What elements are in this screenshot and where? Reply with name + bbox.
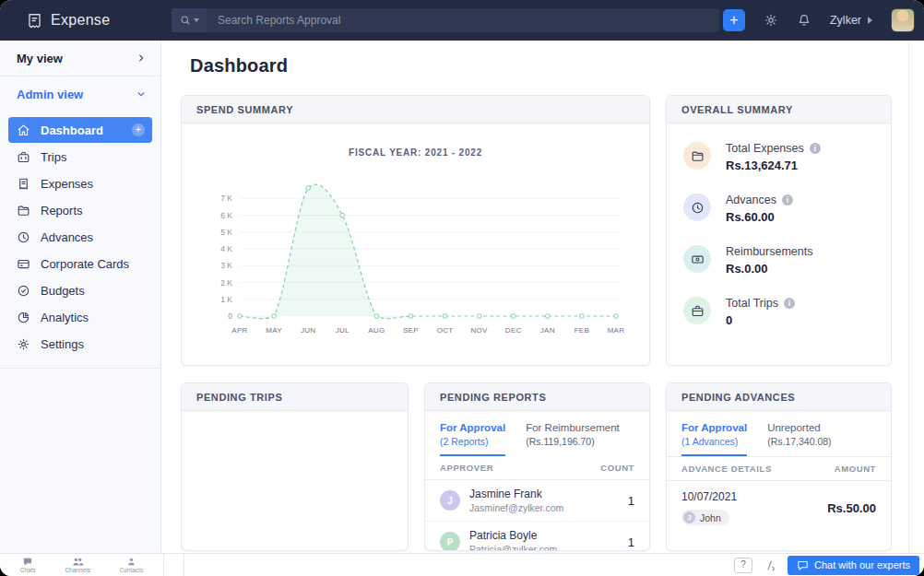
dock-item-channels[interactable]: Channels bbox=[65, 557, 89, 574]
page-title: Dashboard bbox=[190, 55, 288, 76]
expenses-folder-icon bbox=[683, 142, 711, 170]
table-row[interactable]: 10/07/2021 J John Rs.50.00 bbox=[667, 481, 891, 535]
summary-value: Rs.13,624.71 bbox=[726, 159, 821, 172]
info-icon[interactable]: i bbox=[784, 298, 795, 309]
tab-label: For Reimbursement bbox=[526, 422, 620, 433]
advance-owner-pill: J John bbox=[681, 510, 729, 525]
chart-title: FISCAL YEAR: 2021 - 2022 bbox=[182, 147, 649, 158]
svg-text:FEB: FEB bbox=[575, 326, 589, 335]
chat-with-experts-button[interactable]: Chat with our experts bbox=[788, 556, 919, 575]
sidebar-item-dashboard[interactable]: Dashboard + bbox=[8, 117, 152, 143]
chevron-right-icon bbox=[136, 53, 146, 63]
user-avatar[interactable] bbox=[891, 8, 915, 32]
tab-for-reimbursement[interactable]: For Reimbursement (Rs.119,196.70) bbox=[526, 422, 620, 456]
chart-wrap: 01 K2 K3 K4 K5 K6 K7 KAPRMAYJUNJULAUGSEP… bbox=[182, 161, 649, 354]
expense-logo-icon bbox=[26, 12, 43, 29]
dock-right: ? Chat with our experts bbox=[734, 556, 924, 575]
admin-view-label: Admin view bbox=[17, 88, 83, 101]
sidebar-item-budgets[interactable]: Budgets bbox=[8, 277, 152, 303]
svg-text:NOV: NOV bbox=[471, 326, 489, 335]
table-row[interactable]: P Patricia Boyle Patricia@zylker.com 1 bbox=[425, 521, 649, 551]
advances-table-header: ADVANCE DETAILS AMOUNT bbox=[667, 456, 891, 481]
nav-label: Corporate Cards bbox=[41, 257, 129, 271]
nav-label: Budgets bbox=[41, 284, 85, 298]
avatar: P bbox=[440, 532, 460, 551]
nav-label: Settings bbox=[41, 337, 84, 351]
report-count: 1 bbox=[628, 494, 634, 508]
svg-text:1 K: 1 K bbox=[220, 295, 232, 304]
chevron-down-icon bbox=[194, 18, 199, 22]
table-row[interactable]: J Jasmine Frank Jasminef@zylker.com 1 bbox=[425, 480, 649, 521]
tab-label: For Approval bbox=[440, 422, 505, 433]
check-circle-icon bbox=[17, 284, 30, 298]
topbar: Expense + bbox=[0, 0, 924, 41]
help-button[interactable]: ? bbox=[734, 558, 752, 573]
summary-value: Rs.60.00 bbox=[726, 210, 793, 224]
pending-advances-tabs: For Approval (1 Advances) Unreported (Rs… bbox=[667, 411, 891, 456]
keyboard-shortcuts-icon[interactable] bbox=[764, 559, 776, 571]
notifications-bell-icon[interactable] bbox=[797, 13, 811, 28]
dock-label: Channels bbox=[65, 568, 89, 574]
tab-sublabel: (2 Reports) bbox=[440, 436, 505, 447]
cash-icon bbox=[683, 245, 711, 273]
people-group-icon bbox=[72, 557, 84, 567]
avatar: J bbox=[683, 511, 695, 523]
sidebar-item-settings[interactable]: Settings bbox=[8, 331, 152, 357]
svg-text:MAY: MAY bbox=[266, 326, 282, 335]
sidebar-item-analytics[interactable]: Analytics bbox=[8, 304, 152, 330]
app-window: Expense + bbox=[0, 0, 924, 576]
tab-unreported[interactable]: Unreported (Rs.17,340.08) bbox=[767, 422, 831, 456]
dock-item-contacts[interactable]: Contacts bbox=[120, 557, 144, 574]
dock-item-chats[interactable]: Chats bbox=[20, 557, 36, 574]
svg-text:7 K: 7 K bbox=[220, 194, 232, 203]
summary-item-reimbursements: Reimbursements Rs.0.00 bbox=[683, 245, 891, 276]
search-scope-dropdown[interactable] bbox=[172, 8, 207, 32]
sidebar-item-trips[interactable]: Trips bbox=[8, 144, 152, 170]
chevron-down-icon bbox=[136, 89, 146, 99]
quick-create-button[interactable]: + bbox=[723, 9, 745, 31]
sidebar-nav: Dashboard + Trips Expenses Reports Advan… bbox=[0, 117, 160, 357]
summary-item-total-expenses: Total Expensesi Rs.13,624.71 bbox=[683, 142, 891, 172]
scroll-gutter bbox=[908, 41, 924, 553]
reports-table-header: APPROVER COUNT bbox=[425, 456, 649, 480]
advance-owner-name: John bbox=[700, 512, 721, 523]
svg-text:6 K: 6 K bbox=[220, 211, 232, 220]
home-icon bbox=[17, 123, 30, 137]
svg-text:3 K: 3 K bbox=[220, 261, 232, 270]
overall-summary-card: OVERALL SUMMARY Total Expensesi Rs.13,62… bbox=[666, 95, 892, 366]
tab-label: For Approval bbox=[681, 422, 747, 433]
org-name: Zylker bbox=[830, 14, 861, 27]
tab-sublabel: (1 Advances) bbox=[681, 436, 747, 447]
sidebar: My view Admin view Dashboard + Trips Exp… bbox=[0, 41, 161, 553]
cliq-dock: Chats Channels Contacts bbox=[0, 554, 164, 576]
add-dashboard-widget-button[interactable]: + bbox=[132, 123, 145, 136]
nav-label: Expenses bbox=[41, 177, 93, 191]
tab-for-approval[interactable]: For Approval (1 Advances) bbox=[681, 422, 747, 456]
tab-label: Unreported bbox=[767, 422, 831, 433]
summary-label: Reimbursements bbox=[726, 245, 812, 258]
settings-icon[interactable] bbox=[764, 13, 778, 28]
sidebar-section-admin-view[interactable]: Admin view bbox=[0, 76, 160, 112]
approver-name: Patricia Boyle bbox=[469, 529, 557, 542]
app-logo[interactable]: Expense bbox=[0, 12, 146, 29]
tab-for-approval[interactable]: For Approval (2 Reports) bbox=[440, 422, 505, 456]
dock-label: Chats bbox=[20, 568, 36, 574]
sidebar-item-advances[interactable]: Advances bbox=[8, 224, 152, 250]
sidebar-item-expenses[interactable]: Expenses bbox=[8, 170, 152, 196]
approver-email: Jasminef@zylker.com bbox=[469, 502, 563, 513]
svg-text:2 K: 2 K bbox=[220, 278, 232, 288]
sidebar-item-corporate-cards[interactable]: Corporate Cards bbox=[8, 251, 152, 276]
nav-label: Dashboard bbox=[41, 123, 103, 137]
info-icon[interactable]: i bbox=[810, 143, 821, 154]
search-input[interactable] bbox=[207, 14, 719, 27]
org-switcher[interactable]: Zylker bbox=[830, 14, 872, 27]
svg-text:DEC: DEC bbox=[505, 326, 522, 335]
sidebar-section-my-view[interactable]: My view bbox=[0, 41, 160, 76]
sidebar-item-reports[interactable]: Reports bbox=[8, 197, 152, 223]
svg-text:AUG: AUG bbox=[368, 326, 385, 335]
advance-date: 10/07/2021 bbox=[681, 490, 737, 503]
nav-label: Advances bbox=[41, 230, 93, 244]
info-icon[interactable]: i bbox=[782, 194, 793, 206]
chat-icon bbox=[797, 560, 809, 570]
dock-spacer bbox=[164, 554, 184, 576]
